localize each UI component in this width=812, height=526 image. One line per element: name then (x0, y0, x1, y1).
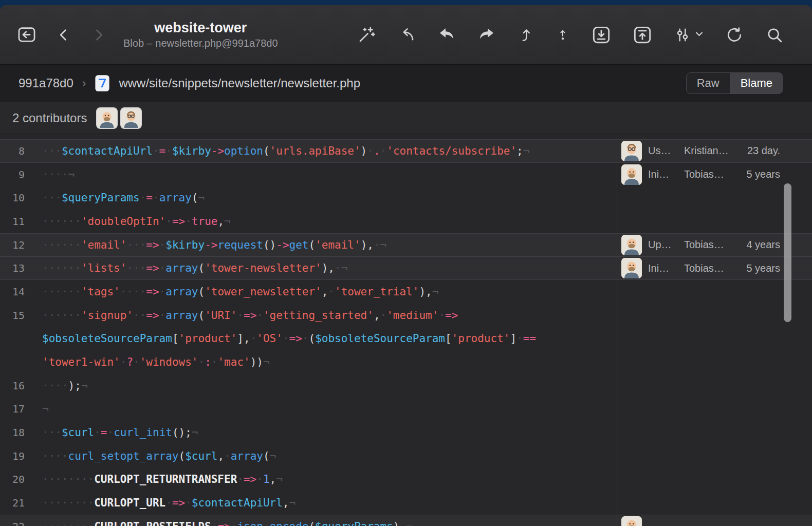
blame-entry[interactable] (617, 515, 812, 526)
code-line: ···$contactApiUrl·=·$kirby->option('urls… (33, 145, 617, 157)
contributor-avatar[interactable] (96, 107, 118, 129)
path-bar: 991a78d0 › www/site/snippets/newsletter/… (0, 65, 812, 102)
code-row: 13······'lists'···=>·array('tower-newsle… (0, 256, 812, 280)
blame-cell (617, 468, 812, 492)
blame-entry[interactable]: Ini…Tobias…5 years (617, 163, 812, 186)
line-number: 14 (0, 286, 33, 298)
line-number: 19 (0, 450, 33, 462)
code-row: 16····);¬ (0, 374, 812, 398)
search-icon[interactable] (766, 26, 783, 44)
blame-summary: Us… (648, 145, 678, 157)
app-window: website-tower Blob – newsletter.php@991a… (0, 5, 812, 526)
file-icon (95, 74, 110, 92)
scrollbar-thumb[interactable] (784, 183, 791, 322)
line-number: 20 (0, 473, 33, 485)
code-row: 'tower1-win'·?·'windows'·:·'mac'))¬ (0, 350, 812, 374)
code-line: ···$curl·=·curl_init();¬ (33, 426, 617, 439)
blame-summary: Up… (648, 239, 678, 251)
raw-button[interactable]: Raw (687, 73, 730, 93)
blame-entry[interactable]: Us…Kristian…23 day. (617, 140, 812, 162)
blame-date: 5 years (746, 262, 780, 274)
code-row: 12······'email'···=>·$kirby->request()->… (0, 233, 812, 257)
commit-hash[interactable]: 991a78d0 (19, 76, 73, 90)
code-rows: 8···$contactApiUrl·=·$kirby->option('url… (0, 139, 812, 526)
refresh-icon[interactable] (726, 26, 743, 44)
code-line: ···$queryParams·=·array(¬ (33, 192, 617, 204)
wand-icon[interactable] (358, 26, 375, 44)
code-line: ····¬ (33, 168, 617, 181)
share-arrow-icon[interactable] (398, 26, 415, 44)
line-number: 16 (0, 380, 33, 392)
file-path: www/site/snippets/newsletter/newsletter.… (119, 76, 360, 90)
branches-menu-icon[interactable] (674, 27, 703, 43)
blame-cell (617, 398, 812, 421)
code-row: 17¬ (0, 398, 812, 421)
blame-cell (617, 350, 812, 374)
panel-back-icon[interactable] (17, 27, 36, 43)
window-title-block: website-tower Blob – newsletter.php@991a… (123, 20, 278, 50)
breadcrumb-separator: › (82, 77, 86, 90)
code-line: $obsoleteSourceParam['product'],·'OS'·=>… (33, 332, 617, 345)
code-line: ····curl_setopt_array($curl,·array(¬ (33, 450, 617, 462)
avatar (621, 141, 642, 161)
line-number: 18 (0, 426, 33, 439)
arrow-up-dot-icon[interactable] (556, 26, 569, 44)
toolbar: website-tower Blob – newsletter.php@991a… (0, 5, 812, 65)
avatar (621, 516, 642, 526)
code-line: ······'email'···=>·$kirby->request()->ge… (33, 239, 617, 251)
window-title: website-tower (154, 20, 247, 37)
blame-summary: Ini… (648, 262, 678, 274)
undo-filled-icon[interactable] (438, 26, 455, 44)
checkout-icon[interactable] (518, 26, 533, 44)
code-line: ········CURLOPT_POSTFIELDS·=>·json_encod… (33, 520, 617, 526)
avatar (621, 164, 642, 185)
blame-entry[interactable]: Up…Tobias…4 years (617, 234, 812, 256)
avatar (621, 258, 642, 278)
blame-cell (617, 444, 812, 468)
line-number: 8 (0, 145, 33, 157)
code-row: 18···$curl·=·curl_init();¬ (0, 421, 812, 444)
code-line: ····);¬ (33, 380, 617, 392)
line-number: 22 (0, 520, 33, 526)
blame-author: Kristian… (684, 145, 741, 157)
line-number: 15 (0, 309, 33, 322)
code-row: 15······'signup'··=>·array('URI'·=>·'get… (0, 304, 812, 327)
blame-date: 23 day. (747, 145, 780, 157)
code-row: $obsoleteSourceParam['product'],·'OS'·=>… (0, 327, 812, 351)
blame-author: Tobias… (684, 262, 740, 274)
blame-button[interactable]: Blame (730, 73, 783, 93)
code-line: ······'doubleOptIn'·=>·true,¬ (33, 215, 617, 228)
blame-date: 4 years (746, 239, 780, 251)
nav-forward-icon[interactable] (91, 26, 106, 44)
code-line: ······'tags'····=>·array('tower_newslett… (33, 286, 617, 298)
blame-entry[interactable]: Ini…Tobias…5 years (617, 257, 812, 279)
code-row: 14······'tags'····=>·array('tower_newsle… (0, 280, 812, 304)
code-line: 'tower1-win'·?·'windows'·:·'mac'))¬ (33, 356, 617, 368)
avatar (621, 235, 642, 255)
blame-date: 5 years (746, 168, 780, 180)
blame-cell (617, 280, 812, 304)
redo-filled-icon[interactable] (478, 26, 495, 44)
nav-back-icon[interactable] (57, 26, 71, 44)
toolbar-left-group (17, 26, 106, 44)
contributor-avatar[interactable] (120, 107, 142, 129)
contributors-label: 2 contributors (12, 111, 87, 125)
code-row: 8···$contactApiUrl·=·$kirby->option('url… (0, 139, 812, 163)
blame-cell (617, 421, 812, 444)
blame-summary: Ini… (648, 168, 678, 180)
line-number: 17 (0, 403, 33, 415)
contributors-avatars (96, 107, 142, 129)
line-number: 12 (0, 239, 33, 251)
window-subtitle: Blob – newsletter.php@991a78d0 (123, 37, 278, 50)
code-row: 9····¬Ini…Tobias…5 years (0, 163, 812, 186)
chevron-down-icon (695, 31, 703, 39)
stash-apply-icon[interactable] (633, 26, 652, 44)
code-row: 21········CURLOPT_URL·=>·$contactApiUrl,… (0, 491, 812, 515)
stash-save-icon[interactable] (592, 26, 611, 44)
code-row: 22········CURLOPT_POSTFIELDS·=>·json_enc… (0, 515, 812, 526)
code-top-padding (0, 134, 812, 139)
code-row: 11······'doubleOptIn'·=>·true,¬ (0, 210, 812, 233)
code-row: 19····curl_setopt_array($curl,·array(¬ (0, 444, 812, 468)
line-number: 13 (0, 262, 33, 274)
contributors-bar: 2 contributors (0, 102, 812, 134)
